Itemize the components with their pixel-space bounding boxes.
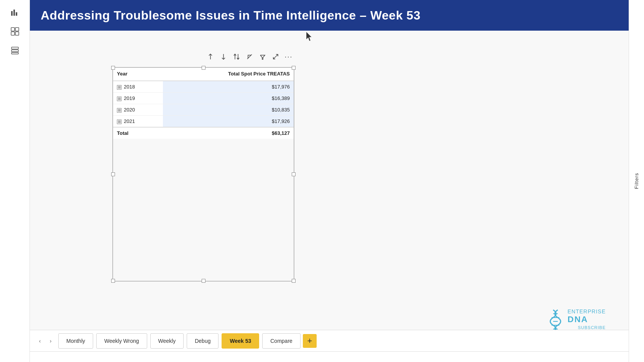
expand-visual-button[interactable]	[270, 51, 281, 62]
tab-nav-prev[interactable]: ‹	[34, 336, 45, 346]
resize-handle-ml[interactable]	[111, 172, 115, 176]
add-tab-button[interactable]: +	[303, 334, 317, 348]
edna-text-block: ENTERPRISE DNA SUBSCRIBE	[568, 308, 606, 330]
expand-row-icon[interactable]: ⊞	[117, 120, 122, 124]
tab-nav-next[interactable]: ›	[45, 336, 56, 346]
table-row[interactable]: ⊞2020 $10,835	[112, 104, 294, 116]
visual-toolbar: ···	[205, 51, 294, 62]
total-row: Total $63,127	[112, 127, 294, 139]
value-cell: $10,835	[163, 104, 294, 116]
table-visual[interactable]: ··· Year Total Spot Price TREAT	[112, 67, 294, 282]
status-bar: Page 5 of 6	[0, 351, 644, 362]
svg-rect-6	[15, 32, 19, 35]
value-cell: $17,976	[163, 81, 294, 93]
resize-handle-mr[interactable]	[292, 172, 296, 176]
svg-rect-5	[11, 32, 15, 35]
year-cell: ⊞2021	[112, 116, 163, 128]
svg-rect-3	[11, 28, 15, 31]
tab-week-53[interactable]: Week 53	[222, 333, 259, 349]
svg-rect-9	[12, 52, 18, 54]
svg-rect-0	[11, 11, 13, 16]
tab-compare[interactable]: Compare	[262, 333, 301, 349]
expand-rows-button[interactable]	[244, 51, 255, 62]
dna-icon	[546, 308, 565, 331]
more-options-button[interactable]: ···	[283, 51, 294, 62]
sort-descending-button[interactable]	[218, 51, 229, 62]
tabs-bar: ‹ › MonthlyWeekly WrongWeeklyDebugWeek 5…	[30, 330, 629, 351]
filters-label[interactable]: Filters	[634, 173, 639, 189]
page-header: Addressing Troublesome Issues in Time In…	[30, 0, 629, 31]
enterprise-dna-branding: ENTERPRISE DNA SUBSCRIBE	[546, 308, 606, 331]
svg-rect-4	[15, 28, 19, 31]
tab-weekly-wrong[interactable]: Weekly Wrong	[96, 333, 147, 349]
resize-handle-br[interactable]	[292, 279, 296, 283]
expand-row-icon[interactable]: ⊞	[117, 108, 122, 113]
svg-marker-10	[306, 32, 312, 41]
svg-rect-2	[16, 12, 17, 16]
year-cell: ⊞2020	[112, 104, 163, 116]
sort-ascending-button[interactable]	[205, 51, 216, 62]
table-row[interactable]: ⊞2018 $17,976	[112, 81, 294, 93]
svg-rect-7	[12, 47, 18, 49]
year-column-header[interactable]: Year	[112, 67, 163, 81]
svg-line-17	[273, 57, 276, 59]
layers-icon[interactable]	[7, 42, 23, 59]
data-table: Year Total Spot Price TREATAS ⊞2018 $17,…	[112, 67, 294, 139]
right-filters-panel: Filters	[629, 0, 644, 362]
filter-button[interactable]	[257, 51, 268, 62]
svg-line-16	[276, 54, 278, 57]
resize-handle-bc[interactable]	[202, 279, 205, 283]
total-label-cell: Total	[112, 127, 163, 139]
table-row[interactable]: ⊞2021 $17,926	[112, 116, 294, 128]
total-value-cell: $63,127	[163, 127, 294, 139]
value-cell: $17,926	[163, 116, 294, 128]
svg-rect-1	[13, 10, 15, 16]
year-cell: ⊞2019	[112, 93, 163, 104]
sort-both-button[interactable]	[231, 51, 242, 62]
tab-monthly[interactable]: Monthly	[58, 333, 93, 349]
svg-rect-8	[12, 50, 18, 52]
dna-label: DNA	[568, 314, 606, 324]
subscribe-label[interactable]: SUBSCRIBE	[568, 325, 606, 330]
page-title: Addressing Troublesome Issues in Time In…	[41, 8, 421, 23]
tab-debug[interactable]: Debug	[187, 333, 219, 349]
table-grid-icon[interactable]	[7, 23, 23, 40]
year-cell: ⊞2018	[112, 81, 163, 93]
enterprise-label: ENTERPRISE	[568, 308, 606, 314]
bar-chart-icon[interactable]	[7, 4, 23, 21]
table-row[interactable]: ⊞2019 $16,389	[112, 93, 294, 104]
main-content: Addressing Troublesome Issues in Time In…	[30, 0, 629, 362]
expand-row-icon[interactable]: ⊞	[117, 97, 122, 101]
canvas-area: ··· Year Total Spot Price TREAT	[30, 31, 629, 362]
expand-row-icon[interactable]: ⊞	[117, 85, 122, 90]
value-cell: $16,389	[163, 93, 294, 104]
total-spot-price-column-header[interactable]: Total Spot Price TREATAS	[163, 67, 294, 81]
resize-handle-bl[interactable]	[111, 279, 115, 283]
left-sidebar	[0, 0, 30, 362]
tab-weekly[interactable]: Weekly	[150, 333, 184, 349]
